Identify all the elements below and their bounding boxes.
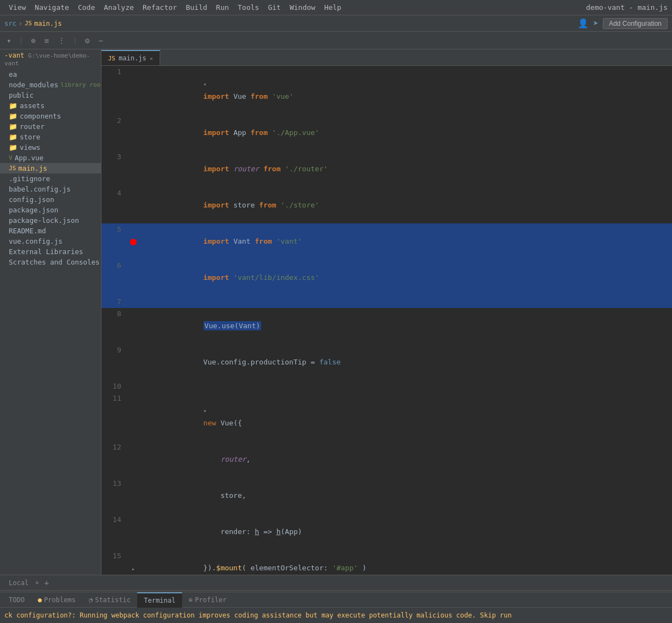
line-content: router, — [139, 441, 672, 478]
tab-terminal[interactable]: Terminal — [137, 592, 182, 608]
public-label: public — [9, 91, 33, 99]
breadcrumb-src[interactable]: src — [4, 20, 16, 27]
sidebar-item-package-json[interactable]: package.json — [0, 205, 101, 215]
add-configuration-button[interactable]: Add Configuration — [603, 18, 668, 29]
sidebar-item-app-vue[interactable]: V App.vue — [0, 153, 101, 163]
line-number: 12 — [101, 441, 128, 478]
local-tab[interactable]: Local — [2, 575, 35, 591]
tab-profiler[interactable]: ⊕ Profiler — [182, 592, 233, 608]
sidebar-item-public[interactable]: public — [0, 90, 101, 100]
tab-filename: main.js — [118, 54, 146, 62]
minimize-icon[interactable]: − — [96, 35, 105, 46]
tab-close-button[interactable]: ✕ — [150, 55, 153, 61]
align2-icon[interactable]: ⋮ — [55, 35, 67, 46]
breakpoint-area[interactable] — [128, 308, 139, 344]
toolbar-row: ▾ | ⊕ ≡ ⋮ | ⚙ − — [0, 32, 672, 49]
line-number: 3 — [101, 151, 128, 187]
sidebar-item-babel-config[interactable]: babel.config.js — [0, 184, 101, 194]
vue-config-label: vue.config.js — [9, 237, 63, 245]
tab-problems-label: Problems — [44, 596, 76, 604]
sidebar-item-gitignore[interactable]: .gitignore — [0, 173, 101, 184]
local-tab-close[interactable]: ✕ — [35, 579, 39, 586]
line-number: 4 — [101, 187, 128, 223]
settings-icon[interactable]: ⚙ — [83, 35, 92, 46]
line-number: 14 — [101, 514, 128, 550]
sidebar: -vant G:\vue-home\demo-vant ea node_modu… — [0, 49, 101, 575]
sidebar-item-vue-config[interactable]: vue.config.js — [0, 236, 101, 246]
editor-tabs: JS main.js ✕ — [101, 49, 672, 66]
folder-icon: 📁 — [9, 102, 18, 110]
menu-view[interactable]: View — [4, 2, 30, 13]
menu-refactor[interactable]: Refactor — [138, 2, 182, 13]
menu-help[interactable]: Help — [320, 2, 346, 13]
sidebar-item-ea[interactable]: ea — [0, 69, 101, 80]
line-number: 10 — [101, 380, 128, 392]
sidebar-item-scratches-consoles[interactable]: Scratches and Consoles — [0, 257, 101, 267]
menu-analyze[interactable]: Analyze — [99, 2, 138, 13]
code-view[interactable]: 1 ▾ import Vue from 'vue' 2 import App f… — [101, 66, 672, 575]
statistic-icon: ◔ — [89, 596, 93, 604]
sidebar-item-views[interactable]: 📁 views — [0, 142, 101, 153]
breakpoint-dot — [130, 239, 137, 245]
menu-run[interactable]: Run — [212, 2, 233, 13]
router-label: router — [20, 122, 44, 131]
statusbar-area: TODO ● Problems ◔ Statistic Terminal ⊕ P… — [0, 592, 672, 623]
breakpoint-area[interactable] — [128, 260, 139, 296]
sidebar-item-components[interactable]: 📁 components — [0, 111, 101, 121]
globe-icon[interactable]: ⊕ — [29, 35, 37, 46]
breadcrumb-file[interactable]: JS main.js — [25, 20, 62, 27]
tab-terminal-label: Terminal — [144, 597, 176, 604]
menu-window[interactable]: Window — [285, 2, 320, 13]
table-row: 1 ▾ import Vue from 'vue' — [101, 66, 672, 115]
breakpoint-area[interactable] — [128, 380, 139, 392]
tab-statistic-label: Statistic — [95, 596, 131, 604]
sidebar-item-assets[interactable]: 📁 assets — [0, 100, 101, 111]
table-row: 3 import router from './router' — [101, 151, 672, 187]
breakpoint-area[interactable]: ▸ — [128, 550, 139, 575]
breadcrumb-separator: › — [19, 20, 22, 27]
sidebar-item-router[interactable]: 📁 router — [0, 121, 101, 132]
line-content: import store from './store' — [139, 187, 672, 223]
sidebar-item-readme[interactable]: README.md — [0, 226, 101, 236]
line-content: ▾ new Vue({ — [139, 392, 672, 441]
tab-problems[interactable]: ● Problems — [31, 592, 82, 608]
menu-git[interactable]: Git — [263, 2, 285, 13]
status-message: ck configuration?: Running webpack confi… — [4, 611, 512, 619]
sidebar-item-package-lock-json[interactable]: package-lock.json — [0, 215, 101, 226]
breakpoint-area[interactable] — [128, 296, 139, 308]
menu-build[interactable]: Build — [182, 2, 212, 13]
menu-navigate[interactable]: Navigate — [30, 2, 74, 13]
breakpoint-area[interactable] — [128, 441, 139, 478]
line-content: import Vant from 'vant' — [139, 223, 672, 260]
line-content: Vue.config.productionTip = false — [139, 344, 672, 380]
breakpoint-area[interactable] — [128, 514, 139, 550]
breakpoint-area[interactable] — [128, 392, 139, 441]
breadcrumb-right: 👤 ➤ Add Configuration — [578, 18, 668, 29]
breakpoint-area[interactable] — [128, 478, 139, 514]
breakpoint-area[interactable] — [128, 187, 139, 223]
sidebar-item-external-libraries[interactable]: External Libraries — [0, 246, 101, 257]
line-content: import router from './router' — [139, 151, 672, 187]
profiler-icon: ⊕ — [189, 596, 193, 604]
tab-statistic[interactable]: ◔ Statistic — [82, 592, 137, 608]
menu-code[interactable]: Code — [74, 2, 99, 13]
dropdown-icon[interactable]: ▾ — [4, 35, 13, 46]
add-tab-button[interactable]: + — [41, 579, 52, 587]
breakpoint-area[interactable] — [128, 223, 139, 260]
breakpoint-area[interactable] — [128, 66, 139, 115]
tab-todo[interactable]: TODO — [2, 592, 31, 608]
tab-main-js[interactable]: JS main.js ✕ — [101, 50, 160, 65]
breakpoint-area[interactable] — [128, 115, 139, 151]
sidebar-item-main-js[interactable]: JS main.js — [0, 163, 101, 173]
breakpoint-area[interactable] — [128, 344, 139, 380]
babel-config-label: babel.config.js — [9, 185, 71, 193]
menu-tools[interactable]: Tools — [233, 2, 263, 13]
local-tab-label: Local — [9, 579, 29, 587]
sidebar-item-config-json[interactable]: config.json — [0, 194, 101, 205]
breakpoint-area[interactable] — [128, 151, 139, 187]
sidebar-item-store[interactable]: 📁 store — [0, 132, 101, 142]
nav-icon[interactable]: ➤ — [593, 18, 598, 29]
line-content — [139, 380, 672, 392]
align-icon[interactable]: ≡ — [42, 35, 51, 46]
sidebar-item-node-modules[interactable]: node_modules library root — [0, 80, 101, 90]
